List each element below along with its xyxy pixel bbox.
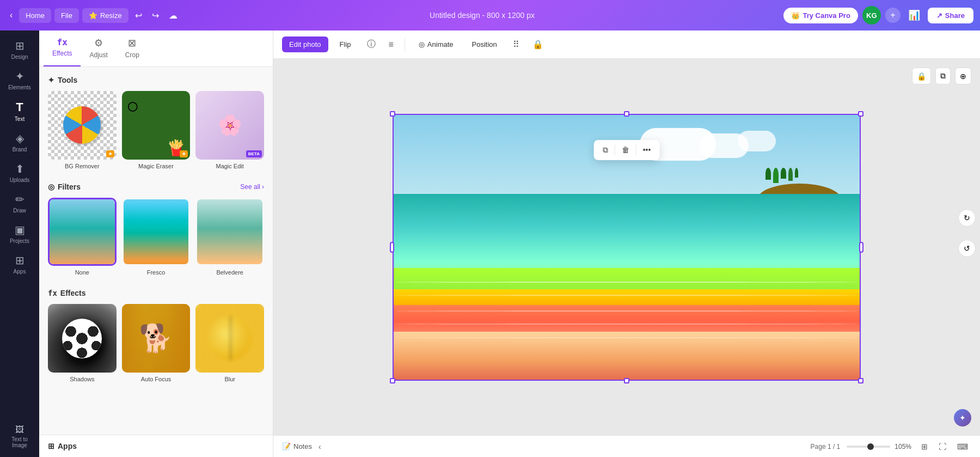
bg-remover-thumb: ★ xyxy=(48,91,117,160)
effect-shadows-label: Shadows xyxy=(70,376,94,382)
tree-3 xyxy=(781,168,786,179)
magic-edit-badge: BETA xyxy=(246,150,262,157)
see-all-button[interactable]: See all › xyxy=(240,183,264,191)
rotate-left-button[interactable]: ↺ xyxy=(958,240,976,257)
float-copy-button[interactable]: ⧉ xyxy=(598,142,612,158)
share-button[interactable]: ↗ Share xyxy=(928,8,973,23)
main-layout: ⊞ Design ✦ Elements T Text ◈ Brand ⬆ Upl… xyxy=(0,31,980,457)
tab-adjust[interactable]: ⚙ Adjust xyxy=(81,31,116,66)
apps-label: Apps xyxy=(58,442,77,450)
position-button[interactable]: Position xyxy=(465,36,504,52)
notes-button[interactable]: 📝 Notes xyxy=(282,442,312,450)
filters-grid: None Fresco Belvedere xyxy=(48,198,264,276)
filters-header: ◎ Filters See all › xyxy=(48,182,264,191)
float-more-button[interactable]: ••• xyxy=(639,142,656,157)
magic-eraser-thumb: ○ 🍟 ★ xyxy=(122,91,191,160)
rotate-right-button[interactable]: ↻ xyxy=(958,209,976,227)
sidebar-item-projects[interactable]: ▣ Projects xyxy=(2,219,37,248)
tab-effects[interactable]: fx Effects xyxy=(44,31,81,66)
sidebar-item-draw[interactable]: ✏ Draw xyxy=(2,188,37,218)
sidebar-item-uploads[interactable]: ⬆ Uploads xyxy=(2,158,37,187)
magic-eraser-badge: ★ xyxy=(180,150,188,157)
soccer-ball xyxy=(62,319,102,358)
expand-canvas-button[interactable]: ⊕ xyxy=(955,68,971,84)
tree-1 xyxy=(765,168,771,180)
sidebar-item-apps[interactable]: ⊞ Apps xyxy=(2,249,37,279)
panel-tabs: fx Effects ⚙ Adjust ⊠ Crop xyxy=(39,31,273,67)
handle-top-right[interactable] xyxy=(858,111,863,117)
collapse-panel-button[interactable]: ‹ xyxy=(318,442,321,451)
filter-fresco-label: Fresco xyxy=(147,269,166,276)
keyboard-shortcuts-button[interactable]: ⌨ xyxy=(954,440,971,453)
apps-icon: ⊞ xyxy=(15,254,24,267)
filter-none-thumb xyxy=(48,198,117,266)
filter-none-label: None xyxy=(75,269,89,276)
filter-none[interactable]: None xyxy=(48,198,117,276)
tab-crop[interactable]: ⊠ Crop xyxy=(117,31,148,66)
try-pro-button[interactable]: 👑 Try Canva Pro xyxy=(783,8,857,23)
duplicate-canvas-button[interactable]: ⧉ xyxy=(935,68,951,84)
handle-bottom-left[interactable] xyxy=(390,378,395,383)
shore-sand xyxy=(394,332,860,379)
tool-bg-remover[interactable]: ★ BG Remover xyxy=(48,91,117,169)
add-collaborator-button[interactable]: + xyxy=(885,8,901,23)
zoom-slider[interactable] xyxy=(847,446,890,448)
redo-button[interactable]: ↪ xyxy=(149,7,162,24)
magic-edit-thumb: 🌸 BETA xyxy=(195,91,264,160)
flip-button[interactable]: Flip xyxy=(333,36,358,52)
handle-bottom-middle[interactable] xyxy=(624,378,629,383)
filter-belvedere-label: Belvedere xyxy=(216,269,243,276)
analytics-button[interactable]: 📊 xyxy=(905,6,923,25)
effect-auto-focus[interactable]: 🐕 Auto Focus xyxy=(122,304,191,382)
save-button[interactable]: ☁ xyxy=(166,7,181,24)
home-button[interactable]: Home xyxy=(19,8,51,23)
sidebar-item-design[interactable]: ⊞ Design xyxy=(2,35,37,64)
filter-belvedere[interactable]: Belvedere xyxy=(195,198,264,276)
avatar[interactable]: KG xyxy=(862,6,881,25)
canva-assistant-button[interactable]: ✦ xyxy=(954,409,971,426)
sidebar-item-brand[interactable]: ◈ Brand xyxy=(2,127,37,157)
lock-button[interactable]: 🔒 xyxy=(528,36,548,53)
tool-magic-edit[interactable]: 🌸 BETA Magic Edit xyxy=(195,91,264,169)
handle-bottom-right[interactable] xyxy=(858,378,863,383)
handle-top-middle[interactable] xyxy=(624,111,629,117)
sidebar-item-text[interactable]: T Text xyxy=(2,96,37,126)
tab-effects-label: Effects xyxy=(52,50,72,57)
wave-2 xyxy=(394,295,860,296)
tool-magic-eraser[interactable]: ○ 🍟 ★ Magic Eraser xyxy=(122,91,191,169)
tree-5 xyxy=(795,168,798,178)
effect-shadows[interactable]: Shadows xyxy=(48,304,117,382)
sidebar-item-text-to-image[interactable]: 🖼 Text to Image xyxy=(2,421,37,453)
grid-view-button[interactable]: ⊞ xyxy=(918,440,931,453)
lock-canvas-button[interactable]: 🔒 xyxy=(912,68,931,84)
fullscreen-button[interactable]: ⛶ xyxy=(935,440,950,453)
file-button[interactable]: File xyxy=(54,8,79,23)
handle-top-left[interactable] xyxy=(390,111,395,117)
effect-blur-label: Blur xyxy=(224,376,235,382)
animate-button[interactable]: ◎ Animate xyxy=(412,36,461,52)
text-to-image-icon: 🖼 xyxy=(15,425,24,435)
canvas-controls: 🔒 ⧉ ⊕ xyxy=(912,68,971,84)
undo-button[interactable]: ↩ xyxy=(132,7,145,24)
resize-button[interactable]: ⭐ Resize xyxy=(82,8,128,23)
sidebar-label-elements: Elements xyxy=(8,84,31,90)
share-icon: ↗ xyxy=(936,11,942,20)
grid-pattern-button[interactable]: ⠿ xyxy=(509,36,524,53)
circle-selector-icon: ○ xyxy=(126,94,139,118)
info-button[interactable]: ⓘ xyxy=(363,35,380,53)
layout-options-button[interactable]: ≡ xyxy=(384,36,398,53)
edit-photo-button[interactable]: Edit photo xyxy=(282,36,328,52)
star-icon: ⭐ xyxy=(89,11,97,20)
sidebar-item-elements[interactable]: ✦ Elements xyxy=(2,65,37,95)
apps-panel-footer[interactable]: ⊞ Apps xyxy=(39,435,273,457)
handle-middle-left[interactable] xyxy=(390,242,394,253)
canvas-area: Edit photo Flip ⓘ ≡ ◎ Animate Position ⠿… xyxy=(273,31,980,457)
effect-blur[interactable]: Blur xyxy=(195,304,264,382)
filter-belvedere-preview xyxy=(197,199,262,265)
back-chevron-btn[interactable]: ‹ xyxy=(7,7,16,23)
magic-eraser-label: Magic Eraser xyxy=(138,163,174,169)
handle-middle-right[interactable] xyxy=(859,242,863,253)
filter-fresco[interactable]: Fresco xyxy=(122,198,191,276)
filter-fresco-preview xyxy=(124,199,189,265)
float-delete-button[interactable]: 🗑 xyxy=(617,142,634,157)
